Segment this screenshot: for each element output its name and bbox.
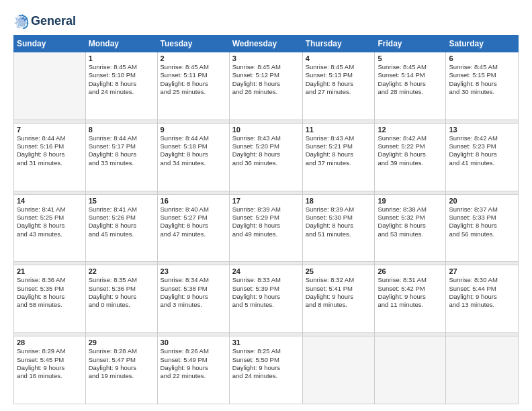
calendar-cell: [14, 52, 86, 120]
calendar-cell: 28Sunrise: 8:29 AM Sunset: 5:45 PM Dayli…: [14, 336, 86, 404]
calendar-cell: 19Sunrise: 8:38 AM Sunset: 5:32 PM Dayli…: [375, 194, 446, 262]
day-number: 25: [306, 267, 372, 275]
calendar-cell: [302, 336, 375, 404]
day-number: 8: [89, 126, 154, 134]
cell-text: Sunrise: 8:38 AM Sunset: 5:32 PM Dayligh…: [378, 205, 443, 238]
calendar-cell: 14Sunrise: 8:41 AM Sunset: 5:25 PM Dayli…: [14, 194, 86, 262]
calendar-cell: 11Sunrise: 8:43 AM Sunset: 5:21 PM Dayli…: [302, 123, 375, 191]
cell-text: Sunrise: 8:45 AM Sunset: 5:14 PM Dayligh…: [378, 63, 443, 96]
day-number: 22: [89, 267, 154, 275]
calendar-cell: 13Sunrise: 8:42 AM Sunset: 5:23 PM Dayli…: [446, 123, 519, 191]
cell-text: Sunrise: 8:39 AM Sunset: 5:29 PM Dayligh…: [232, 205, 300, 238]
cell-text: Sunrise: 8:41 AM Sunset: 5:26 PM Dayligh…: [89, 205, 154, 238]
calendar-cell: 6Sunrise: 8:45 AM Sunset: 5:15 PM Daylig…: [446, 52, 519, 120]
day-header-monday: Monday: [85, 36, 157, 52]
day-number: 7: [17, 126, 83, 134]
cell-text: Sunrise: 8:44 AM Sunset: 5:17 PM Dayligh…: [89, 134, 154, 167]
cell-text: Sunrise: 8:44 AM Sunset: 5:18 PM Dayligh…: [161, 134, 226, 167]
cell-text: Sunrise: 8:37 AM Sunset: 5:33 PM Dayligh…: [449, 205, 515, 238]
calendar-cell: 17Sunrise: 8:39 AM Sunset: 5:29 PM Dayli…: [229, 194, 302, 262]
day-number: 26: [378, 267, 443, 275]
day-number: 29: [89, 338, 154, 347]
week-row-2: 7Sunrise: 8:44 AM Sunset: 5:16 PM Daylig…: [14, 123, 519, 191]
day-header-saturday: Saturday: [446, 36, 519, 52]
calendar-cell: 4Sunrise: 8:45 AM Sunset: 5:13 PM Daylig…: [302, 52, 375, 120]
page: General SundayMondayTuesdayWednesdayThur…: [0, 0, 532, 411]
logo: General: [13, 13, 76, 30]
day-number: 11: [306, 126, 372, 134]
cell-text: Sunrise: 8:28 AM Sunset: 5:47 PM Dayligh…: [89, 347, 154, 380]
day-number: 19: [378, 197, 443, 205]
calendar-cell: 21Sunrise: 8:36 AM Sunset: 5:35 PM Dayli…: [14, 265, 86, 333]
day-number: 18: [306, 197, 372, 205]
calendar-cell: 8Sunrise: 8:44 AM Sunset: 5:17 PM Daylig…: [85, 123, 157, 191]
cell-text: Sunrise: 8:43 AM Sunset: 5:21 PM Dayligh…: [306, 134, 372, 167]
cell-text: Sunrise: 8:30 AM Sunset: 5:44 PM Dayligh…: [449, 276, 515, 309]
cell-text: Sunrise: 8:26 AM Sunset: 5:49 PM Dayligh…: [161, 347, 226, 380]
cell-text: Sunrise: 8:40 AM Sunset: 5:27 PM Dayligh…: [161, 205, 226, 238]
calendar-header-row: SundayMondayTuesdayWednesdayThursdayFrid…: [14, 36, 519, 52]
calendar-cell: 1Sunrise: 8:45 AM Sunset: 5:10 PM Daylig…: [85, 52, 157, 120]
day-number: 20: [449, 197, 515, 205]
day-number: 30: [161, 338, 226, 347]
cell-text: Sunrise: 8:36 AM Sunset: 5:35 PM Dayligh…: [17, 276, 83, 309]
day-number: 2: [161, 54, 226, 62]
calendar-cell: [375, 336, 446, 404]
calendar-cell: 22Sunrise: 8:35 AM Sunset: 5:36 PM Dayli…: [85, 265, 157, 333]
header: General: [13, 11, 519, 30]
calendar-cell: 5Sunrise: 8:45 AM Sunset: 5:14 PM Daylig…: [375, 52, 446, 120]
day-number: 1: [89, 54, 154, 62]
cell-text: Sunrise: 8:45 AM Sunset: 5:15 PM Dayligh…: [449, 63, 515, 96]
cell-text: Sunrise: 8:45 AM Sunset: 5:13 PM Dayligh…: [306, 63, 372, 96]
cell-text: Sunrise: 8:31 AM Sunset: 5:42 PM Dayligh…: [378, 276, 443, 309]
day-header-tuesday: Tuesday: [157, 36, 229, 52]
calendar-cell: 26Sunrise: 8:31 AM Sunset: 5:42 PM Dayli…: [375, 265, 446, 333]
day-number: 23: [161, 267, 226, 275]
cell-text: Sunrise: 8:43 AM Sunset: 5:20 PM Dayligh…: [232, 134, 300, 167]
calendar-cell: 27Sunrise: 8:30 AM Sunset: 5:44 PM Dayli…: [446, 265, 519, 333]
week-row-3: 14Sunrise: 8:41 AM Sunset: 5:25 PM Dayli…: [14, 194, 519, 262]
calendar-cell: 25Sunrise: 8:32 AM Sunset: 5:41 PM Dayli…: [302, 265, 375, 333]
cell-text: Sunrise: 8:41 AM Sunset: 5:25 PM Dayligh…: [17, 205, 83, 238]
calendar-table: SundayMondayTuesdayWednesdayThursdayFrid…: [13, 35, 519, 404]
calendar-cell: 30Sunrise: 8:26 AM Sunset: 5:49 PM Dayli…: [157, 336, 229, 404]
logo-icon: [13, 13, 30, 30]
day-number: 12: [378, 126, 443, 134]
day-number: 3: [232, 54, 300, 62]
day-number: 16: [161, 197, 226, 205]
cell-text: Sunrise: 8:42 AM Sunset: 5:22 PM Dayligh…: [378, 134, 443, 167]
cell-text: Sunrise: 8:45 AM Sunset: 5:10 PM Dayligh…: [89, 63, 154, 96]
calendar-cell: 31Sunrise: 8:25 AM Sunset: 5:50 PM Dayli…: [229, 336, 302, 404]
cell-text: Sunrise: 8:39 AM Sunset: 5:30 PM Dayligh…: [306, 205, 372, 238]
week-row-4: 21Sunrise: 8:36 AM Sunset: 5:35 PM Dayli…: [14, 265, 519, 333]
day-number: 31: [232, 338, 300, 347]
day-number: 5: [378, 54, 443, 62]
cell-text: Sunrise: 8:33 AM Sunset: 5:39 PM Dayligh…: [232, 276, 300, 309]
calendar-cell: 12Sunrise: 8:42 AM Sunset: 5:22 PM Dayli…: [375, 123, 446, 191]
day-number: 27: [449, 267, 515, 275]
day-number: 6: [449, 54, 515, 62]
calendar-cell: [446, 336, 519, 404]
day-number: 14: [17, 197, 83, 205]
day-number: 9: [161, 126, 226, 134]
calendar-cell: 29Sunrise: 8:28 AM Sunset: 5:47 PM Dayli…: [85, 336, 157, 404]
calendar-cell: 3Sunrise: 8:45 AM Sunset: 5:12 PM Daylig…: [229, 52, 302, 120]
week-row-5: 28Sunrise: 8:29 AM Sunset: 5:45 PM Dayli…: [14, 336, 519, 404]
week-row-1: 1Sunrise: 8:45 AM Sunset: 5:10 PM Daylig…: [14, 52, 519, 120]
day-number: 17: [232, 197, 300, 205]
calendar-cell: 18Sunrise: 8:39 AM Sunset: 5:30 PM Dayli…: [302, 194, 375, 262]
calendar-cell: 16Sunrise: 8:40 AM Sunset: 5:27 PM Dayli…: [157, 194, 229, 262]
logo-text: General: [31, 15, 76, 28]
cell-text: Sunrise: 8:32 AM Sunset: 5:41 PM Dayligh…: [306, 276, 372, 309]
day-header-sunday: Sunday: [14, 36, 86, 52]
cell-text: Sunrise: 8:29 AM Sunset: 5:45 PM Dayligh…: [17, 347, 83, 380]
cell-text: Sunrise: 8:45 AM Sunset: 5:12 PM Dayligh…: [232, 63, 300, 96]
day-number: 15: [89, 197, 154, 205]
cell-text: Sunrise: 8:35 AM Sunset: 5:36 PM Dayligh…: [89, 276, 154, 309]
logo-line1: General: [31, 15, 76, 28]
calendar-cell: 10Sunrise: 8:43 AM Sunset: 5:20 PM Dayli…: [229, 123, 302, 191]
day-header-friday: Friday: [375, 36, 446, 52]
cell-text: Sunrise: 8:42 AM Sunset: 5:23 PM Dayligh…: [449, 134, 515, 167]
cell-text: Sunrise: 8:34 AM Sunset: 5:38 PM Dayligh…: [161, 276, 226, 309]
calendar-cell: 20Sunrise: 8:37 AM Sunset: 5:33 PM Dayli…: [446, 194, 519, 262]
